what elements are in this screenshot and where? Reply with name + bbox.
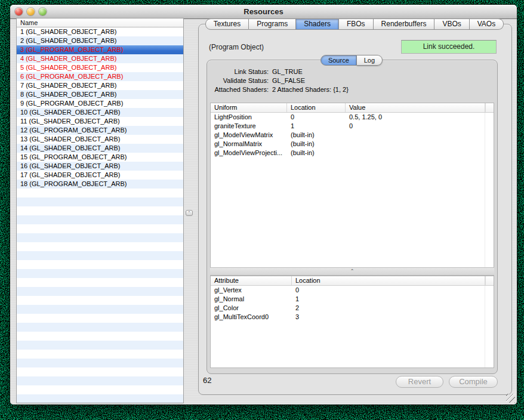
tab-vaos[interactable]: VAOs <box>470 18 504 30</box>
uniform-table-cell: (built-in) <box>287 149 346 158</box>
list-item[interactable]: 4 (GL_SHADER_OBJECT_ARB) <box>17 54 183 63</box>
list-row-empty <box>17 242 183 251</box>
splitter-handle-icon[interactable]: ⌃ <box>186 210 193 216</box>
compile-button[interactable]: Compile <box>449 376 498 388</box>
list-item[interactable]: 10 (GL_SHADER_OBJECT_ARB) <box>17 108 183 117</box>
list-item[interactable]: 1 (GL_SHADER_OBJECT_ARB) <box>17 27 183 36</box>
subtab-source[interactable]: Source <box>320 55 357 66</box>
list-item[interactable]: 3 (GL_PROGRAM_OBJECT_ARB) <box>17 45 183 54</box>
uniform-table-cell: (built-in) <box>287 140 346 149</box>
list-item[interactable]: 11 (GL_SHADER_OBJECT_ARB) <box>17 117 183 126</box>
uniform-table-body: LightPosition00.5, 1.25, 0graniteTexture… <box>211 113 494 271</box>
list-row-empty <box>17 368 183 376</box>
uniform-table-gutter-line <box>485 113 485 271</box>
resource-type-tabs: TexturesProgramsShadersFBOsRenderbuffers… <box>198 18 511 30</box>
object-type-label: (Program Object) <box>209 43 264 51</box>
list-item[interactable]: 15 (GL_PROGRAM_OBJECT_ARB) <box>17 153 183 162</box>
attribute-table-column-header[interactable]: Location <box>292 276 485 285</box>
uniform-table-column-header[interactable]: Uniform <box>211 103 287 112</box>
list-item[interactable]: 9 (GL_PROGRAM_OBJECT_ARB) <box>17 99 183 108</box>
list-row-empty <box>17 224 183 233</box>
uniform-table-row[interactable]: graniteTexture10 <box>211 122 494 131</box>
list-item[interactable]: 8 (GL_SHADER_OBJECT_ARB) <box>17 90 183 99</box>
close-button[interactable] <box>15 8 23 16</box>
list-row-empty <box>17 332 183 341</box>
tab-shaders[interactable]: Shaders <box>296 18 339 30</box>
list-row-empty <box>17 385 183 394</box>
attached-shaders-label: Attached Shaders: <box>209 86 269 93</box>
uniform-table-column-header[interactable]: Location <box>287 103 346 112</box>
list-row-empty <box>17 350 183 359</box>
uniform-table-row[interactable]: gl_ModelViewMatrix(built-in) <box>211 131 494 140</box>
uniform-table-row[interactable]: gl_NormalMatrix(built-in) <box>211 140 494 149</box>
shader-id-count: 62 <box>203 376 211 385</box>
tab-fbos[interactable]: FBOs <box>339 18 374 30</box>
validate-status-value: GL_FALSE <box>272 77 349 84</box>
table-splitter[interactable]: ⌃ <box>210 267 494 276</box>
uniform-table-header: UniformLocationValue <box>211 103 494 113</box>
list-item[interactable]: 18 (GL_PROGRAM_OBJECT_ARB) <box>17 180 183 189</box>
uniform-table-row[interactable]: gl_ModelViewProjecti...(built-in) <box>211 149 494 158</box>
attribute-table-body: gl_Vertex0gl_Normal1gl_Color2gl_MultiTex… <box>211 286 494 368</box>
list-row-empty <box>17 376 183 385</box>
list-row-empty <box>17 323 183 332</box>
list-item[interactable]: 14 (GL_SHADER_OBJECT_ARB) <box>17 144 183 153</box>
attribute-table-row[interactable]: gl_Normal1 <box>211 295 494 304</box>
uniform-table-cell: 0 <box>287 113 346 122</box>
uniform-table-cell: gl_NormalMatrix <box>211 140 287 149</box>
revert-button[interactable]: Revert <box>396 376 443 388</box>
uniform-table-scroll-gutter <box>485 103 494 112</box>
subtab-log[interactable]: Log <box>357 55 383 66</box>
source-log-tabs: SourceLog <box>206 55 497 66</box>
uniform-table-row[interactable]: LightPosition00.5, 1.25, 0 <box>211 113 494 122</box>
minimize-button[interactable] <box>27 8 35 16</box>
uniform-table-cell <box>346 131 494 140</box>
uniform-table-cell: gl_ModelViewMatrix <box>211 131 287 140</box>
attribute-table-row[interactable]: gl_MultiTexCoord03 <box>211 313 494 322</box>
uniform-table-cell: 0.5, 1.25, 0 <box>346 113 494 122</box>
list-item[interactable]: 13 (GL_SHADER_OBJECT_ARB) <box>17 135 183 144</box>
attribute-table-cell: gl_MultiTexCoord0 <box>211 313 292 322</box>
list-row-empty <box>17 189 183 197</box>
list-row-empty <box>17 394 183 403</box>
attribute-table-cell: 2 <box>292 304 494 313</box>
list-row-empty <box>17 296 183 305</box>
tab-vbos[interactable]: VBOs <box>434 18 469 30</box>
list-row-empty <box>17 305 183 314</box>
tab-programs[interactable]: Programs <box>249 18 296 30</box>
tab-textures[interactable]: Textures <box>205 18 249 30</box>
list-item[interactable]: 17 (GL_SHADER_OBJECT_ARB) <box>17 171 183 180</box>
tab-renderbuffers[interactable]: Renderbuffers <box>374 18 435 30</box>
list-item[interactable]: 2 (GL_SHADER_OBJECT_ARB) <box>17 36 183 45</box>
link-status-value: GL_TRUE <box>272 68 349 75</box>
uniform-table-cell: 0 <box>346 122 494 131</box>
shader-info: Link Status: GL_TRUE Validate Status: GL… <box>209 68 349 93</box>
uniform-table-column-header[interactable]: Value <box>346 103 485 112</box>
attribute-table: AttributeLocationgl_Vertex0gl_Normal1gl_… <box>210 276 494 368</box>
list-item[interactable]: 6 (GL_PROGRAM_OBJECT_ARB) <box>17 72 183 81</box>
list-item[interactable]: 5 (GL_SHADER_OBJECT_ARB) <box>17 63 183 72</box>
list-row-empty <box>17 233 183 242</box>
resources-window: Resources Name 1 (GL_SHADER_OBJECT_ARB)2… <box>10 5 517 404</box>
attribute-table-row[interactable]: gl_Color2 <box>211 304 494 313</box>
list-row-empty <box>17 197 183 206</box>
list-item[interactable]: 7 (GL_SHADER_OBJECT_ARB) <box>17 81 183 90</box>
list-column-header-name[interactable]: Name <box>17 18 183 27</box>
resource-list-pane: Name 1 (GL_SHADER_OBJECT_ARB)2 (GL_SHADE… <box>16 18 184 403</box>
zoom-button[interactable] <box>39 8 47 16</box>
list-item[interactable]: 12 (GL_PROGRAM_OBJECT_ARB) <box>17 126 183 135</box>
list-row-empty <box>17 287 183 296</box>
resource-list: 1 (GL_SHADER_OBJECT_ARB)2 (GL_SHADER_OBJ… <box>17 27 183 403</box>
link-status-banner: Link succeeded. <box>401 40 497 54</box>
sidebar-splitter[interactable]: ⌃ <box>184 18 198 402</box>
attribute-table-column-header[interactable]: Attribute <box>211 276 292 285</box>
attached-shaders-value: 2 Attached Shaders: {1, 2} <box>272 86 349 93</box>
title-bar[interactable]: Resources <box>10 5 517 19</box>
list-item[interactable]: 16 (GL_SHADER_OBJECT_ARB) <box>17 162 183 171</box>
attribute-table-row[interactable]: gl_Vertex0 <box>211 286 494 295</box>
resize-grip[interactable] <box>506 394 515 403</box>
uniform-table-cell: graniteTexture <box>211 122 287 131</box>
window-title: Resources <box>10 5 517 18</box>
uniform-table-cell <box>346 149 494 158</box>
list-row-empty <box>17 341 183 350</box>
